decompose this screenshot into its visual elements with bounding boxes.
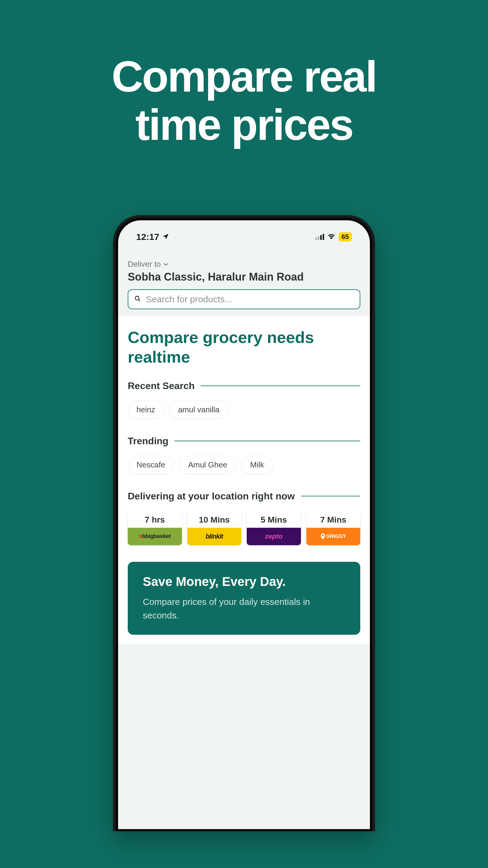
svg-line-1: [138, 300, 140, 301]
recent-search-title: Recent Search: [128, 380, 195, 392]
bigbasket-logo: bb bigbasket: [128, 528, 182, 545]
search-placeholder: Search for products...: [146, 294, 232, 304]
marketing-headline: Compare real time prices: [0, 0, 488, 149]
svg-point-0: [135, 296, 139, 300]
provider-card-bigbasket[interactable]: 7 hrs bb bigbasket: [128, 511, 182, 545]
trending-chip[interactable]: Nescafe: [128, 456, 174, 474]
battery-indicator: 65: [338, 232, 352, 241]
delivery-address: Sobha Classic, Haralur Main Road: [128, 271, 360, 283]
recent-search-header: Recent Search: [128, 380, 360, 392]
deliver-to-selector[interactable]: Deliver to: [128, 259, 360, 269]
recent-search-chip[interactable]: heinz: [128, 401, 164, 419]
provider-card-zepto[interactable]: 5 Mins zepto: [247, 511, 301, 545]
provider-time: 5 Mins: [247, 511, 301, 528]
chevron-down-icon: [163, 261, 169, 267]
signal-icon: [315, 234, 324, 240]
provider-card-blinkit[interactable]: 10 Mins blinkit: [187, 511, 241, 545]
provider-card-swiggy[interactable]: 7 Mins SWIGGY: [306, 511, 361, 545]
header-section: Deliver to Sobha Classic, Haralur Main R…: [118, 250, 370, 315]
wifi-icon: [327, 233, 335, 241]
swiggy-logo: SWIGGY: [306, 528, 361, 545]
trending-chip[interactable]: Amul Ghee: [179, 456, 236, 474]
trending-chip[interactable]: Milk: [241, 456, 272, 474]
main-headline: Compare grocery needs realtime: [128, 328, 360, 367]
status-time: 12:17: [136, 232, 159, 242]
trending-title: Trending: [128, 435, 168, 447]
deliver-to-label: Deliver to: [128, 259, 161, 269]
recent-search-chip[interactable]: amul vanilla: [169, 401, 228, 419]
recent-search-chips: heinz amul vanilla: [128, 401, 360, 419]
blinkit-logo: blinkit: [187, 528, 241, 545]
zepto-logo: zepto: [247, 528, 301, 545]
phone-mockup: 12:17: [113, 215, 375, 831]
trending-chips: Nescafe Amul Ghee Milk: [128, 456, 360, 474]
provider-time: 7 hrs: [128, 511, 182, 528]
promo-text: Compare prices of your daily essentials …: [143, 595, 345, 622]
provider-time: 7 Mins: [306, 511, 361, 528]
promo-banner[interactable]: Save Money, Every Day. Compare prices of…: [128, 562, 360, 635]
search-icon: [134, 296, 141, 303]
provider-time: 10 Mins: [187, 511, 241, 528]
promo-title: Save Money, Every Day.: [143, 575, 345, 589]
location-services-icon: [162, 232, 169, 242]
provider-cards: 7 hrs bb bigbasket 10 Mins blinkit 5 Min…: [128, 511, 360, 545]
delivering-title: Delivering at your location right now: [128, 491, 295, 502]
delivering-header: Delivering at your location right now: [128, 491, 360, 502]
search-input[interactable]: Search for products...: [128, 289, 360, 309]
trending-header: Trending: [128, 435, 360, 447]
status-bar: 12:17: [118, 220, 370, 250]
